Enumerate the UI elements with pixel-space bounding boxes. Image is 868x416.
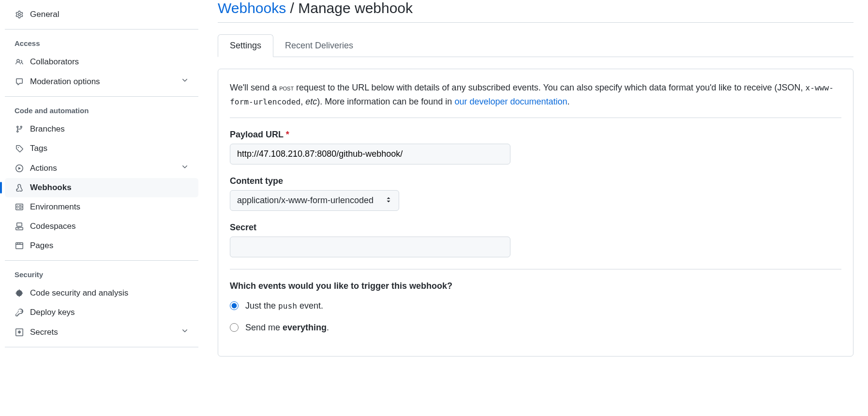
sidebar-item-label: Moderation options (30, 77, 100, 87)
event-option-push[interactable]: Just the push event. (230, 301, 841, 311)
settings-panel: We'll send a post request to the URL bel… (218, 69, 853, 357)
sidebar-item-label: Webhooks (30, 183, 72, 193)
content-type-select[interactable]: application/x-www-form-urlencoded (230, 190, 399, 211)
sidebar-heading-security: Security (5, 266, 198, 283)
sidebar-heading-access: Access (5, 34, 198, 52)
sidebar-item-branches[interactable]: Branches (5, 119, 198, 139)
sidebar-item-actions[interactable]: Actions (5, 158, 198, 178)
asterisk-icon (15, 327, 24, 337)
play-circle-icon (15, 163, 24, 173)
developer-docs-link[interactable]: our developer documentation (454, 97, 567, 106)
sidebar-item-general[interactable]: General (5, 5, 198, 24)
codespaces-icon (15, 222, 24, 231)
sidebar-item-label: Code security and analysis (30, 288, 128, 298)
branch-icon (15, 124, 24, 134)
sidebar-item-code-security[interactable]: Code security and analysis (5, 283, 198, 303)
sidebar-item-label: Pages (30, 241, 53, 251)
event-radio-push[interactable] (230, 301, 239, 310)
breadcrumb-link-webhooks[interactable]: Webhooks (218, 0, 286, 16)
content-type-label: Content type (230, 176, 841, 186)
tab-recent-deliveries[interactable]: Recent Deliveries (273, 34, 365, 57)
payload-url-label: Payload URL * (230, 130, 841, 140)
sidebar-item-label: Codespaces (30, 222, 76, 231)
sidebar-item-codespaces[interactable]: Codespaces (5, 217, 198, 236)
sidebar-item-webhooks[interactable]: Webhooks (5, 178, 198, 197)
sidebar-item-environments[interactable]: Environments (5, 197, 198, 217)
comment-icon (15, 77, 24, 87)
sidebar-item-deploy-keys[interactable]: Deploy keys (5, 303, 198, 322)
sidebar-item-pages[interactable]: Pages (5, 236, 198, 255)
page-title: Manage webhook (298, 0, 413, 16)
chevron-down-icon (181, 76, 189, 87)
sidebar-heading-code: Code and automation (5, 102, 198, 119)
event-option-everything[interactable]: Send me everything. (230, 323, 841, 333)
events-heading: Which events would you like to trigger t… (230, 281, 841, 291)
tab-settings[interactable]: Settings (218, 34, 273, 57)
key-icon (15, 308, 24, 317)
sidebar-item-label: General (30, 10, 59, 19)
secret-label: Secret (230, 223, 841, 233)
select-caret-icon (385, 195, 392, 206)
sidebar-item-label: Deploy keys (30, 308, 75, 317)
chevron-down-icon (181, 327, 189, 337)
gear-icon (15, 10, 24, 19)
browser-icon (15, 241, 24, 251)
chevron-down-icon (181, 163, 189, 173)
sidebar-item-label: Environments (30, 202, 80, 212)
sidebar-item-label: Actions (30, 163, 57, 173)
content-type-value: application/x-www-form-urlencoded (237, 195, 374, 206)
tabnav: Settings Recent Deliveries (218, 34, 853, 57)
sidebar-item-secrets[interactable]: Secrets (5, 322, 198, 342)
sidebar-item-label: Tags (30, 144, 47, 153)
payload-url-input[interactable] (230, 144, 510, 164)
tag-icon (15, 144, 24, 153)
webhook-icon (15, 183, 24, 193)
sidebar-item-label: Collaborators (30, 57, 79, 67)
sidebar-item-moderation[interactable]: Moderation options (5, 72, 198, 91)
secret-input[interactable] (230, 237, 510, 257)
event-radio-everything[interactable] (230, 323, 239, 332)
server-icon (15, 202, 24, 212)
settings-description: We'll send a post request to the URL bel… (230, 81, 841, 118)
sidebar-item-collaborators[interactable]: Collaborators (5, 52, 198, 72)
sidebar-item-label: Branches (30, 124, 65, 134)
people-icon (15, 57, 24, 67)
shield-search-icon (15, 288, 24, 298)
sidebar-item-tags[interactable]: Tags (5, 139, 198, 158)
sidebar-item-label: Secrets (30, 327, 58, 337)
breadcrumb: Webhooks / Manage webhook (218, 0, 853, 23)
